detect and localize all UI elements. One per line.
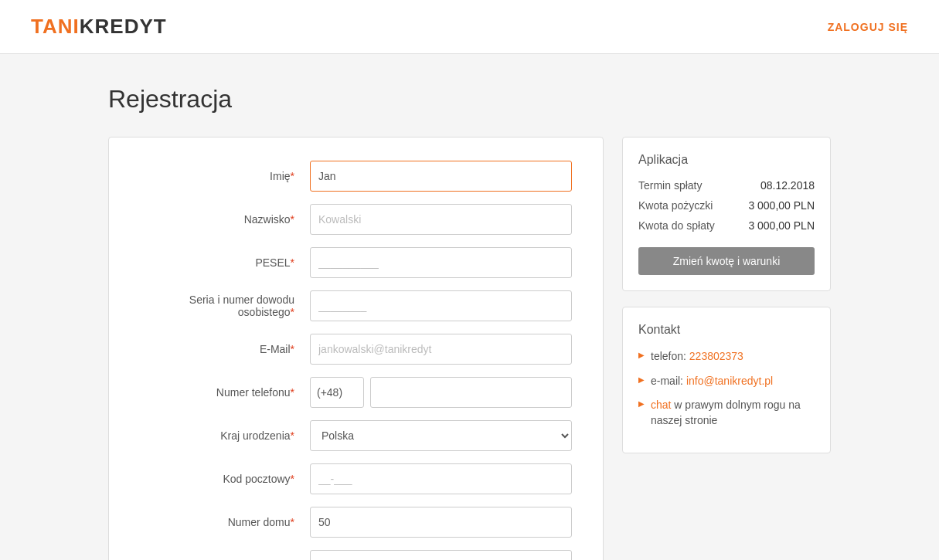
field-kraj: Kraj urodzenia* Polska Niemcy Francja Wi…: [140, 420, 572, 451]
contact-chat-text: chat w prawym dolnym rogu na naszej stro…: [651, 398, 815, 428]
contact-card: Kontakt ▶ telefon: 223802373 ▶ e-mail: i…: [622, 307, 831, 453]
label-kraj: Kraj urodzenia*: [140, 429, 310, 442]
label-pesel: PESEL*: [140, 256, 310, 269]
app-row-value-kwota-splaty: 3 000,00 PLN: [748, 219, 815, 232]
contact-phone-text: telefon: 223802373: [651, 349, 743, 365]
input-phone-number[interactable]: [370, 377, 572, 408]
app-card: Aplikacja Termin spłaty 08.12.2018 Kwota…: [622, 137, 831, 291]
input-kod[interactable]: [310, 463, 572, 494]
required-star: *: [291, 256, 294, 269]
input-phone-prefix[interactable]: [310, 377, 364, 408]
input-seria[interactable]: [310, 290, 572, 321]
label-seria: Seria i numer dowodu osobistego*: [140, 294, 310, 318]
label-kod: Kod pocztowy*: [140, 473, 310, 485]
main-content: Rejestracja Imię* Nazwisko* PESEL* Seria…: [0, 54, 939, 560]
arrow-right-icon: ▶: [638, 351, 645, 359]
label-email: E-Mail*: [140, 343, 310, 355]
arrow-right-icon: ▶: [638, 399, 645, 408]
input-nazwisko[interactable]: [310, 204, 572, 235]
logo: TANIKREDYT: [31, 15, 167, 39]
field-pesel: PESEL*: [140, 247, 572, 278]
phone-input-group: [310, 377, 572, 408]
app-row-label-kwota-splaty: Kwota do spłaty: [638, 219, 715, 232]
content-wrapper: Imię* Nazwisko* PESEL* Seria i numer dow…: [108, 137, 831, 560]
app-row-value-kwota: 3 000,00 PLN: [748, 199, 815, 212]
field-seria: Seria i numer dowodu osobistego*: [140, 290, 572, 321]
input-dom[interactable]: [310, 507, 572, 538]
app-row-label-termin: Termin spłaty: [638, 179, 702, 192]
contact-email-text: e-mail: info@tanikredyt.pl: [651, 374, 773, 389]
field-email: E-Mail*: [140, 334, 572, 365]
arrow-right-icon: ▶: [638, 375, 645, 384]
email-link[interactable]: info@tanikredyt.pl: [686, 375, 773, 387]
input-pesel[interactable]: [310, 247, 572, 278]
label-nazwisko: Nazwisko*: [140, 213, 310, 226]
label-imie: Imię*: [140, 170, 310, 182]
field-dom: Numer domu*: [140, 507, 572, 538]
header: TANIKREDYT ZALOGUJ SIĘ: [0, 0, 939, 54]
contact-phone-item: ▶ telefon: 223802373: [638, 349, 815, 365]
contact-email-item: ▶ e-mail: info@tanikredyt.pl: [638, 374, 815, 389]
phone-link[interactable]: 223802373: [689, 350, 743, 362]
label-dom: Numer domu*: [140, 516, 310, 528]
input-mieszkanie[interactable]: [310, 550, 572, 560]
required-star: *: [291, 386, 294, 399]
field-mieszkanie: Numer mieszkania: [140, 550, 572, 560]
app-row-kwota: Kwota pożyczki 3 000,00 PLN: [638, 199, 815, 212]
field-imie: Imię*: [140, 161, 572, 192]
select-kraj[interactable]: Polska Niemcy Francja Wielka Brytania: [310, 420, 572, 451]
label-phone: Numer telefonu*: [140, 386, 310, 399]
page-title: Rejestracja: [108, 85, 831, 114]
contact-chat-item: ▶ chat w prawym dolnym rogu na naszej st…: [638, 398, 815, 428]
required-star: *: [291, 343, 294, 355]
field-nazwisko: Nazwisko*: [140, 204, 572, 235]
required-star: *: [291, 170, 294, 182]
input-imie[interactable]: [310, 161, 572, 192]
app-row-value-termin: 08.12.2018: [760, 179, 815, 192]
app-row-kwota-splaty: Kwota do spłaty 3 000,00 PLN: [638, 219, 815, 232]
sidebar: Aplikacja Termin spłaty 08.12.2018 Kwota…: [622, 137, 831, 453]
login-button[interactable]: ZALOGUJ SIĘ: [828, 21, 908, 33]
app-card-title: Aplikacja: [638, 153, 815, 167]
logo-kredyt: KREDYT: [80, 15, 167, 38]
required-star: *: [291, 213, 294, 226]
field-kod: Kod pocztowy*: [140, 463, 572, 494]
change-conditions-button[interactable]: Zmień kwotę i warunki: [638, 247, 815, 275]
input-email[interactable]: [310, 334, 572, 365]
field-phone: Numer telefonu*: [140, 377, 572, 408]
app-row-label-kwota: Kwota pożyczki: [638, 199, 713, 212]
required-star: *: [291, 516, 294, 528]
chat-link[interactable]: chat: [651, 399, 671, 411]
contact-card-title: Kontakt: [638, 323, 815, 337]
logo-tani: TANI: [31, 15, 80, 38]
required-star: *: [291, 429, 294, 442]
app-row-termin: Termin spłaty 08.12.2018: [638, 179, 815, 192]
required-star: *: [291, 306, 294, 318]
registration-form-card: Imię* Nazwisko* PESEL* Seria i numer dow…: [108, 137, 604, 560]
required-star: *: [291, 473, 294, 485]
